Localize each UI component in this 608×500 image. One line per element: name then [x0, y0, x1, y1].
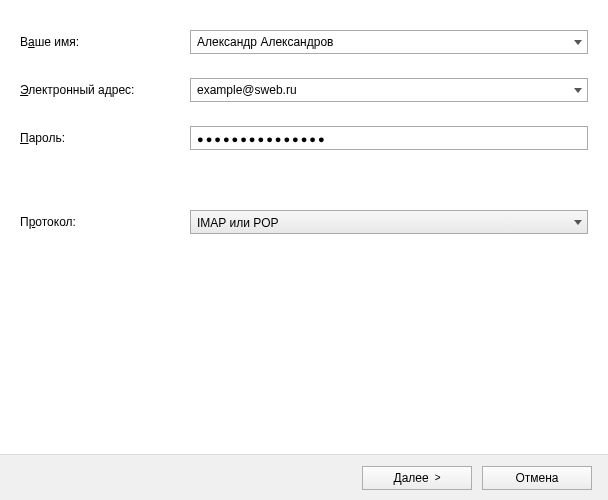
email-field-wrap	[190, 78, 588, 102]
name-combobox[interactable]	[190, 30, 588, 54]
row-protocol: Протокол: IMAP или POP	[20, 210, 588, 234]
protocol-select[interactable]: IMAP или POP	[190, 210, 588, 234]
next-button-label: Далее	[394, 471, 429, 485]
label-name: Ваше имя:	[20, 35, 190, 49]
chevron-right-icon: >	[435, 472, 441, 483]
label-protocol: Протокол:	[20, 215, 190, 229]
row-password: Пароль: ●●●●●●●●●●●●●●●	[20, 126, 588, 150]
row-name: Ваше имя:	[20, 30, 588, 54]
password-input[interactable]: ●●●●●●●●●●●●●●●	[190, 126, 588, 150]
protocol-field-wrap: IMAP или POP	[190, 210, 588, 234]
password-field-wrap: ●●●●●●●●●●●●●●●	[190, 126, 588, 150]
name-field-wrap	[190, 30, 588, 54]
protocol-value: IMAP или POP	[197, 216, 279, 230]
dialog-footer: Далее > Отмена	[0, 454, 608, 500]
cancel-button-label: Отмена	[515, 471, 558, 485]
cancel-button[interactable]: Отмена	[482, 466, 592, 490]
account-setup-form: Ваше имя: Электронный адрес: Пароль: ●●●…	[0, 0, 608, 278]
email-combobox[interactable]	[190, 78, 588, 102]
row-email: Электронный адрес:	[20, 78, 588, 102]
label-password: Пароль:	[20, 131, 190, 145]
password-mask: ●●●●●●●●●●●●●●●	[197, 133, 327, 145]
next-button[interactable]: Далее >	[362, 466, 472, 490]
label-email: Электронный адрес:	[20, 83, 190, 97]
